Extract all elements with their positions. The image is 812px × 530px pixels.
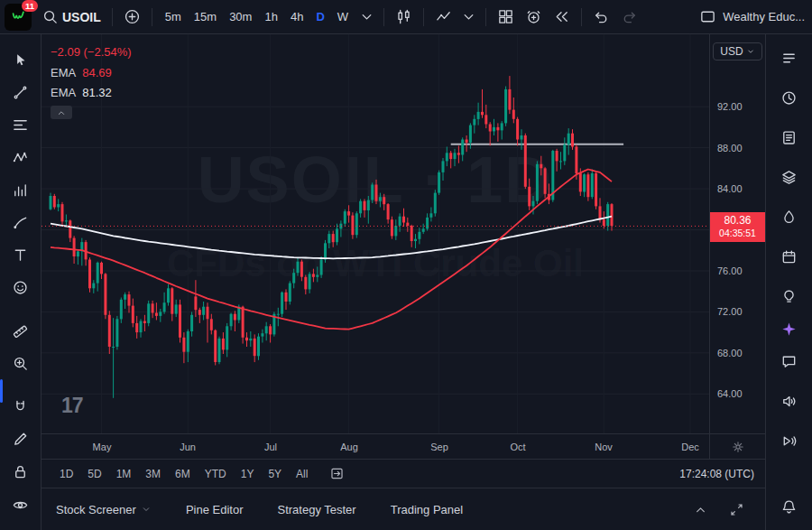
timeframe-1h[interactable]: 1h xyxy=(258,5,283,29)
toolbar-divider xyxy=(485,8,486,26)
range-all[interactable]: All xyxy=(289,465,315,483)
news-panel-button[interactable] xyxy=(775,123,804,152)
left-toolbar-scroll-indicator[interactable] xyxy=(0,379,3,403)
right-sidebar xyxy=(765,34,812,530)
layers-icon xyxy=(780,169,798,186)
candlestick-chart[interactable] xyxy=(42,34,709,433)
trend-line-tool-button[interactable] xyxy=(6,78,35,107)
streams-panel-button[interactable] xyxy=(775,386,804,415)
chart-pane[interactable]: USOIL · 1D CFDs on WTI Crude Oil −2.09 (… xyxy=(42,34,765,433)
layout-name[interactable]: Wealthy Educ... xyxy=(723,10,805,23)
pattern-tool-button[interactable] xyxy=(6,143,35,172)
cursor-tool-button[interactable] xyxy=(6,45,35,74)
wealthy-education-logo[interactable]: 11 xyxy=(5,4,32,31)
tab-trading-panel[interactable]: Trading Panel xyxy=(391,503,463,516)
chevron-up-icon xyxy=(56,107,67,118)
watchlist-panel-button[interactable] xyxy=(775,43,804,72)
prediction-tool-button[interactable] xyxy=(6,175,35,204)
range-1m[interactable]: 1M xyxy=(109,465,139,483)
price-axis[interactable]: USD 92.0088.0084.0080.0076.0072.0068.006… xyxy=(709,34,765,433)
ideas-panel-button[interactable] xyxy=(775,282,804,311)
chat-icon xyxy=(780,353,798,370)
compare-add-button[interactable] xyxy=(119,5,145,30)
magnet-mode-button[interactable] xyxy=(6,392,35,421)
notifications-panel-button[interactable] xyxy=(775,492,804,521)
calendar-panel-button[interactable] xyxy=(775,242,804,271)
alerts-panel-button[interactable] xyxy=(775,83,804,112)
range-6m[interactable]: 6M xyxy=(168,465,198,483)
chart-style-button[interactable] xyxy=(391,5,417,30)
symbol-search-button[interactable]: USOIL xyxy=(37,5,106,30)
measure-tool-button[interactable] xyxy=(6,316,35,345)
undo-button[interactable] xyxy=(588,5,614,30)
tab-label: Pine Editor xyxy=(186,503,244,516)
range-1d[interactable]: 1D xyxy=(52,465,80,483)
emoji-tool-button[interactable] xyxy=(6,273,35,302)
currency-selector[interactable]: USD xyxy=(713,42,761,60)
drawing-toolbar xyxy=(0,34,42,530)
tab-stock-screener[interactable]: Stock Screener xyxy=(56,503,152,516)
flame-icon xyxy=(780,209,798,226)
timeframe-d[interactable]: D xyxy=(309,5,330,29)
tutorials-panel-button[interactable] xyxy=(775,426,804,455)
timeframe-menu-button[interactable] xyxy=(356,5,377,30)
range-3m[interactable]: 3M xyxy=(138,465,168,483)
tab-strategy-tester[interactable]: Strategy Tester xyxy=(277,503,355,516)
object-tree-panel-button[interactable] xyxy=(775,163,804,191)
tab-pine-editor[interactable]: Pine Editor xyxy=(186,503,244,516)
hide-drawings-button[interactable] xyxy=(6,490,35,519)
save-layout-button[interactable] xyxy=(695,5,721,30)
chevron-down-icon xyxy=(746,47,755,56)
layout-grid-button[interactable] xyxy=(493,5,519,30)
text-tool-button[interactable] xyxy=(6,240,35,269)
toolbar-divider xyxy=(423,8,424,26)
price-tick-label: 92.00 xyxy=(717,101,743,112)
alert-button[interactable] xyxy=(521,5,547,30)
toolbar-divider xyxy=(152,8,152,26)
news-icon xyxy=(780,129,798,146)
range-ytd[interactable]: YTD xyxy=(198,465,234,483)
brush-tool-button[interactable] xyxy=(6,208,35,237)
timeframe-w[interactable]: W xyxy=(331,5,355,29)
redo-button[interactable] xyxy=(616,5,642,30)
indicators-menu-button[interactable] xyxy=(458,5,479,30)
zoom-in-tool-button[interactable] xyxy=(6,349,35,377)
brush-icon xyxy=(12,214,29,231)
time-axis-month: May xyxy=(93,442,112,452)
timeframe-4h[interactable]: 4h xyxy=(284,5,309,29)
price-tick-label: 84.00 xyxy=(717,183,743,194)
price-scale-settings-button[interactable] xyxy=(731,440,745,454)
timeframe-5m[interactable]: 5m xyxy=(159,5,188,29)
hotlists-panel-button[interactable] xyxy=(775,202,804,231)
toolbar-divider xyxy=(581,8,582,26)
gear-icon xyxy=(731,440,745,454)
restore-panel-button[interactable] xyxy=(725,498,747,520)
maximize-icon xyxy=(729,502,744,517)
expand-panel-button[interactable] xyxy=(689,498,711,520)
ai-assistant-button[interactable] xyxy=(775,314,804,343)
go-to-date-button[interactable] xyxy=(324,463,349,485)
eye-icon xyxy=(12,497,29,514)
indicators-button[interactable] xyxy=(430,5,457,30)
range-5y[interactable]: 5Y xyxy=(261,465,289,483)
bar-replay-button[interactable] xyxy=(549,5,575,30)
timeframe-15m[interactable]: 15m xyxy=(188,5,223,29)
chat-panel-button[interactable] xyxy=(775,347,804,376)
toolbar-divider xyxy=(383,8,384,26)
price-tick-label: 64.00 xyxy=(717,388,743,399)
price-tick-label: 68.00 xyxy=(717,348,743,358)
bulb-icon xyxy=(780,288,798,305)
lock-drawings-button[interactable] xyxy=(6,457,35,486)
range-1y[interactable]: 1Y xyxy=(234,465,262,483)
notification-count-badge: 11 xyxy=(22,0,38,12)
range-5d[interactable]: 5D xyxy=(80,465,108,483)
legend-collapse-button[interactable] xyxy=(51,106,72,119)
tradingview-logo-watermark[interactable]: 17 xyxy=(61,394,83,418)
fib-retracement-tool-button[interactable] xyxy=(6,110,35,139)
drawing-mode-button[interactable] xyxy=(6,424,35,453)
time-axis[interactable]: MayJunJulAugSepOctNovDec xyxy=(42,433,765,459)
timeframe-30m[interactable]: 30m xyxy=(223,5,258,29)
chart-legend: −2.09 (−2.54%) EMA 84.69 EMA 81.32 xyxy=(51,45,132,119)
replay-icon xyxy=(553,8,570,25)
ema-fast-value: 84.69 xyxy=(82,66,112,79)
